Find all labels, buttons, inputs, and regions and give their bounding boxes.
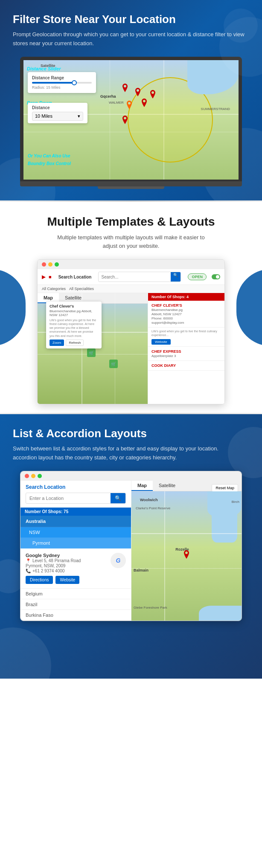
app-body: Map Satellite 🛒 🛒 🛒 Chef Clever's xyxy=(38,293,224,404)
section-filter: Filter Store Near Your Location Prompt G… xyxy=(0,0,262,200)
store1-website-btn[interactable]: Website xyxy=(151,339,171,345)
store-google-name: Google Sydney xyxy=(26,553,107,558)
store-item-1[interactable]: CHEF CLEVER'S Bluemerchandise.pg Abbott,… xyxy=(148,301,224,328)
map-pin-center xyxy=(126,101,133,109)
popup-address: Bluemerchandise.pg Abbott, NSW 12427 xyxy=(49,309,98,317)
browser-dot-yellow xyxy=(48,262,52,267)
search-input[interactable] xyxy=(99,274,171,280)
accordion-browser: Search Location 🔍 Number Of Shops: 75 Au… xyxy=(20,471,242,621)
water-area xyxy=(187,60,239,94)
country-brazil[interactable]: Brazil xyxy=(20,599,131,610)
section-templates: Multiple Templates & Layouts Multiple te… xyxy=(0,202,262,413)
bounding-box-annotation: Or You Can Also Use Boundry Box Control xyxy=(28,151,79,167)
popup-name: Chef Clever's xyxy=(49,304,98,308)
store3-name: COOK DIARY xyxy=(151,363,221,368)
section3-title: List & Accordion Layouts xyxy=(13,427,249,440)
country-belgium[interactable]: Belgium xyxy=(20,589,131,599)
distance-slider-label: Distance Slider xyxy=(27,66,61,71)
laptop-screen: Satellite Dispatch Gqcerha WALMER SUMMER… xyxy=(20,57,242,181)
phone-icon: 📞 xyxy=(26,569,31,573)
country-australia[interactable]: Australia xyxy=(20,516,131,527)
store1-name: CHEF CLEVER'S xyxy=(151,303,221,308)
map-popup: Chef Clever's Bluemerchandise.pg Abbott,… xyxy=(46,302,102,348)
app-logo: ▶ xyxy=(42,274,45,280)
accordion-map: Woolwich Clarke's Point Reserve Birch Ba… xyxy=(131,491,242,621)
deco-circle-2 xyxy=(224,9,258,43)
popup-zoom-btn[interactable]: Zoom xyxy=(49,340,64,346)
browser-dot-red xyxy=(42,262,46,267)
search-bar[interactable]: 🔍 xyxy=(98,272,181,282)
section2-title: Multiple Templates & Layouts xyxy=(13,215,249,229)
toggle-switch[interactable] xyxy=(212,274,220,279)
popup-btns: Zoom Refresh xyxy=(49,340,98,346)
dropdown-value: 10 Miles xyxy=(35,113,52,119)
laptop-base xyxy=(20,181,242,186)
store-entry-google[interactable]: Google Sydney 📍 Level 5, 48 Pirrama Road… xyxy=(20,549,131,589)
store1-city: Abbott, NSW 12427 xyxy=(151,312,221,316)
search-location-label: Search Location xyxy=(58,275,92,279)
acc-map-pin xyxy=(183,550,190,559)
acc-tab-map[interactable]: Map xyxy=(131,481,153,491)
dropdown-panel: Distance 10 Miles ▾ xyxy=(28,103,87,123)
accordion-left-panel: Search Location 🔍 Number Of Shops: 75 Au… xyxy=(20,481,131,621)
browser-mockup: ▶ ■ Search Location 🔍 OPEN All Categorie… xyxy=(37,259,225,404)
section1-title: Filter Store Near Your Location xyxy=(13,13,249,26)
accordion-search-header: Search Location 🔍 xyxy=(20,481,131,508)
section1-subtitle: Prompt Geolocation through which you can… xyxy=(13,30,249,48)
distance-range-label: Distance Range xyxy=(32,75,92,80)
app-brand-text: ■ xyxy=(49,274,52,279)
map-pin-4 xyxy=(141,99,148,107)
filter-specialties[interactable]: All Specialities xyxy=(69,287,94,291)
laptop-stand xyxy=(98,186,164,189)
map-area: Satellite Dispatch Gqcerha WALMER SUMMER… xyxy=(23,60,239,180)
map-pin-1 xyxy=(122,84,128,92)
area-glebe: Glebe Foreshore Park xyxy=(134,606,167,610)
acc-search-input[interactable] xyxy=(26,494,111,503)
road-v1 xyxy=(110,60,110,180)
state-nsw[interactable]: NSW xyxy=(20,527,131,538)
store-action-btns: Directions Website xyxy=(26,576,107,584)
blob-right xyxy=(236,269,262,346)
acc-search-label: Search Location xyxy=(26,484,126,490)
reset-map-btn[interactable]: Reset Map xyxy=(212,484,238,492)
store-logo: G xyxy=(111,553,126,568)
section2-subtitle: Multiple templates with multiple layouts… xyxy=(50,233,212,251)
app-header: ▶ ■ Search Location 🔍 OPEN xyxy=(38,269,224,285)
store-entry-info: Google Sydney 📍 Level 5, 48 Pirrama Road… xyxy=(26,553,107,584)
website-btn[interactable]: Website xyxy=(55,576,79,584)
open-toggle[interactable]: OPEN xyxy=(188,273,207,280)
popup-refresh-btn[interactable]: Refresh xyxy=(66,340,84,346)
circle-deco-1 xyxy=(0,627,51,679)
accordion-body: Search Location 🔍 Number Of Shops: 75 Au… xyxy=(20,481,242,621)
blob-left xyxy=(0,269,26,346)
search-button[interactable]: 🔍 xyxy=(171,272,180,282)
map-road-1 xyxy=(131,533,242,534)
map-pin-2 xyxy=(134,88,141,96)
store-item-3[interactable]: COOK DIARY xyxy=(148,361,224,371)
store-item-2[interactable]: CHEF EXPRESS Appelbierplatz 3 xyxy=(148,347,224,361)
slider-track[interactable] xyxy=(32,82,92,84)
browser-bar xyxy=(38,260,224,269)
store-addr1: Level 5, 48 Pirrama Road xyxy=(32,558,81,563)
distance-label: Distance xyxy=(32,105,83,110)
accordion-right-panel: Map Satellite Reset Map Woolwich xyxy=(131,481,242,621)
acc-dot-yellow xyxy=(31,474,35,478)
app-map: Map Satellite 🛒 🛒 🛒 Chef Clever's xyxy=(38,293,148,404)
map-pin-3 xyxy=(149,90,156,99)
store-icon-3: 🛒 xyxy=(109,360,118,368)
filter-categories[interactable]: All Categories xyxy=(42,287,66,291)
country-burkina[interactable]: Burkina Faso xyxy=(20,610,131,621)
distance-slider-annotation: Distance Slider xyxy=(27,64,61,72)
section-list: List & Accordion Layouts Switch between … xyxy=(0,414,262,679)
area-woolwich: Woolwich xyxy=(140,498,158,502)
dropdown-select[interactable]: 10 Miles ▾ xyxy=(32,112,83,121)
distance-slider-panel: Distance Range Radius: 15 Miles xyxy=(28,72,96,93)
store-divider-desc: Life's good when you get to live the fin… xyxy=(148,328,224,347)
acc-search-btn[interactable]: 🔍 xyxy=(111,493,125,503)
acc-tab-satellite[interactable]: Satellite xyxy=(153,481,181,491)
acc-search-row: 🔍 xyxy=(26,493,126,504)
map-label-city: Gqcerha xyxy=(100,94,116,99)
city-pyrmont[interactable]: Pyrmont xyxy=(20,538,131,549)
map-pin-5 xyxy=(122,116,128,124)
directions-btn[interactable]: Directions xyxy=(26,576,53,584)
